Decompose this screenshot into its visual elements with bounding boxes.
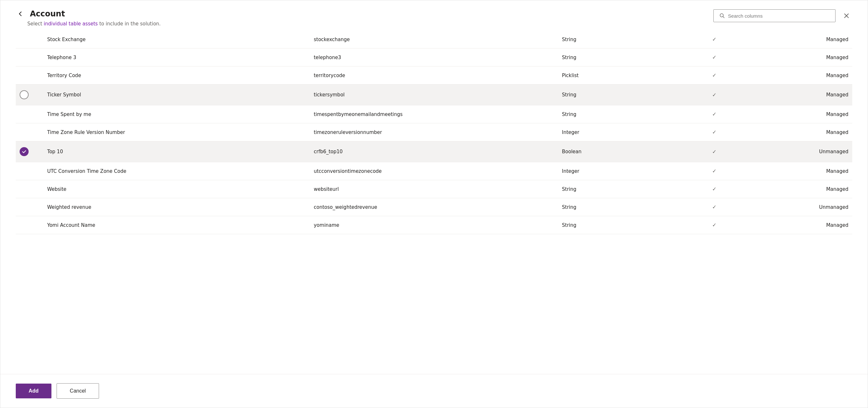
check-icon: ✓	[712, 36, 716, 42]
column-check: ✓	[687, 31, 742, 48]
table-row: UTC Conversion Time Zone Codeutcconversi…	[16, 162, 852, 180]
modal-container: Account Select individual table assets t…	[0, 0, 868, 408]
column-check: ✓	[687, 105, 742, 123]
check-icon: ✓	[712, 149, 716, 155]
table-row: Telephone 3telephone3String✓Managed	[16, 48, 852, 67]
subtitle-static: Select	[27, 21, 44, 27]
table-row: Time Zone Rule Version Numbertimezonerul…	[16, 123, 852, 141]
row-checkbox[interactable]	[20, 90, 29, 99]
column-name: Stock Exchange	[43, 31, 310, 48]
search-box-container	[713, 9, 836, 22]
header-right	[713, 9, 852, 22]
title-row: Account	[16, 9, 161, 18]
column-name: Yomi Account Name	[43, 216, 310, 234]
column-schema: timespentbymeonemailandmeetings	[310, 105, 558, 123]
column-check: ✓	[687, 180, 742, 198]
table-row: Stock ExchangestockexchangeString✓Manage…	[16, 31, 852, 48]
column-managed: Managed	[742, 105, 852, 123]
header-left: Account Select individual table assets t…	[16, 9, 161, 27]
column-check: ✓	[687, 141, 742, 162]
column-schema: timezoneruleversionnumber	[310, 123, 558, 141]
column-schema: territorycode	[310, 67, 558, 84]
column-managed: Managed	[742, 216, 852, 234]
table-row: Top 10crfb6_top10Boolean✓Unmanaged	[16, 141, 852, 162]
modal-header: Account Select individual table assets t…	[0, 0, 868, 31]
table-container: Stock ExchangestockexchangeString✓Manage…	[0, 31, 868, 374]
subtitle-end: to include in the solution.	[98, 21, 161, 27]
column-name: Website	[43, 180, 310, 198]
search-input[interactable]	[728, 13, 830, 19]
checkbox-cell[interactable]	[16, 48, 43, 67]
column-type: Integer	[558, 123, 687, 141]
column-schema: utcconversiontimezonecode	[310, 162, 558, 180]
row-checkbox[interactable]	[20, 147, 29, 156]
checkbox-cell[interactable]	[16, 105, 43, 123]
column-type: String	[558, 180, 687, 198]
table-row: Yomi Account NameyominameString✓Managed	[16, 216, 852, 234]
column-managed: Managed	[742, 31, 852, 48]
column-type: Picklist	[558, 67, 687, 84]
back-button[interactable]	[16, 9, 25, 18]
column-check: ✓	[687, 123, 742, 141]
column-name: Territory Code	[43, 67, 310, 84]
checkbox-cell[interactable]	[16, 31, 43, 48]
checkbox-cell[interactable]	[16, 162, 43, 180]
table-row: Weighted revenuecontoso_weightedrevenueS…	[16, 198, 852, 216]
close-button[interactable]	[841, 11, 852, 20]
svg-point-0	[720, 14, 723, 17]
checkmark-icon	[22, 149, 27, 154]
column-name: Ticker Symbol	[43, 84, 310, 105]
check-icon: ✓	[712, 204, 716, 210]
column-schema: stockexchange	[310, 31, 558, 48]
modal-footer: Add Cancel	[0, 374, 868, 408]
column-managed: Managed	[742, 67, 852, 84]
column-name: Time Zone Rule Version Number	[43, 123, 310, 141]
column-name: Time Spent by me	[43, 105, 310, 123]
column-name: Top 10	[43, 141, 310, 162]
column-schema: telephone3	[310, 48, 558, 67]
column-check: ✓	[687, 48, 742, 67]
search-icon	[719, 13, 725, 19]
close-icon	[843, 12, 850, 19]
table-row: Time Spent by metimespentbymeonemailandm…	[16, 105, 852, 123]
column-managed: Managed	[742, 84, 852, 105]
checkbox-cell[interactable]	[16, 67, 43, 84]
cancel-button[interactable]: Cancel	[57, 383, 99, 399]
check-icon: ✓	[712, 168, 716, 174]
column-check: ✓	[687, 84, 742, 105]
column-schema: crfb6_top10	[310, 141, 558, 162]
column-name: Telephone 3	[43, 48, 310, 67]
checkbox-cell[interactable]	[16, 198, 43, 216]
column-schema: contoso_weightedrevenue	[310, 198, 558, 216]
column-managed: Managed	[742, 180, 852, 198]
column-managed: Managed	[742, 123, 852, 141]
columns-table: Stock ExchangestockexchangeString✓Manage…	[16, 31, 852, 234]
column-schema: websiteurl	[310, 180, 558, 198]
column-managed: Managed	[742, 48, 852, 67]
check-icon: ✓	[712, 129, 716, 135]
table-row: WebsitewebsiteurlString✓Managed	[16, 180, 852, 198]
column-name: Weighted revenue	[43, 198, 310, 216]
check-icon: ✓	[712, 54, 716, 60]
column-type: Boolean	[558, 141, 687, 162]
column-type: String	[558, 198, 687, 216]
modal-title: Account	[30, 9, 65, 18]
checkbox-cell[interactable]	[16, 84, 43, 105]
table-row: Territory CodeterritorycodePicklist✓Mana…	[16, 67, 852, 84]
checkbox-cell[interactable]	[16, 123, 43, 141]
table-row: Ticker SymboltickersymbolString✓Managed	[16, 84, 852, 105]
modal-subtitle: Select individual table assets to includ…	[16, 21, 161, 27]
check-icon: ✓	[712, 186, 716, 192]
column-type: String	[558, 31, 687, 48]
checkbox-cell[interactable]	[16, 180, 43, 198]
column-type: String	[558, 105, 687, 123]
back-icon	[17, 10, 24, 17]
check-icon: ✓	[712, 92, 716, 98]
column-schema: tickersymbol	[310, 84, 558, 105]
column-check: ✓	[687, 162, 742, 180]
checkbox-cell[interactable]	[16, 141, 43, 162]
column-check: ✓	[687, 216, 742, 234]
checkbox-cell[interactable]	[16, 216, 43, 234]
column-managed: Managed	[742, 162, 852, 180]
add-button[interactable]: Add	[16, 383, 52, 398]
